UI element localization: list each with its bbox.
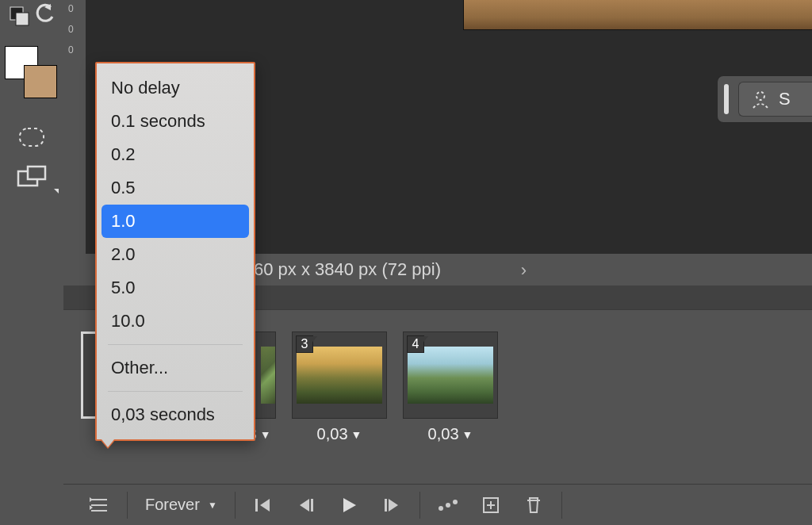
drag-handle-icon[interactable]: [724, 84, 729, 114]
frame-thumbnail: [297, 347, 382, 404]
new-frame-button[interactable]: [473, 491, 509, 519]
ruler-tick: 0: [68, 24, 74, 35]
svg-rect-7: [311, 499, 313, 512]
chevron-down-icon: ▼: [208, 500, 217, 511]
menu-item-0-5s[interactable]: 0.5: [97, 171, 254, 205]
frame-delay-value: 0,03: [428, 425, 459, 443]
delete-frame-button[interactable]: [515, 491, 552, 519]
playback-bar: Forever ▼: [63, 484, 812, 525]
vertical-ruler: 0 0 0: [63, 0, 86, 254]
frame-thumbnail: [408, 347, 493, 404]
menu-divider: [108, 344, 243, 345]
menu-item-other[interactable]: Other...: [97, 351, 254, 385]
chevron-down-icon: ▼: [351, 428, 362, 441]
select-subject-button[interactable]: S: [738, 82, 812, 117]
menu-item-no-delay[interactable]: No delay: [97, 71, 254, 105]
loop-label: Forever: [145, 496, 200, 514]
canvas-image-preview: [463, 0, 812, 30]
svg-rect-4: [28, 167, 45, 179]
prev-frame-button[interactable]: [288, 491, 324, 519]
next-frame-button[interactable]: [373, 491, 410, 519]
frame-delay-menu: No delay 0.1 seconds 0.2 0.5 1.0 2.0 5.0…: [95, 62, 255, 441]
chevron-down-icon: ▼: [260, 428, 271, 441]
menu-item-0-2s[interactable]: 0.2: [97, 138, 254, 171]
chevron-down-icon: ▼: [462, 428, 473, 441]
frame[interactable]: 4 0,03▼: [403, 331, 498, 443]
chevron-right-icon[interactable]: ›: [521, 260, 527, 281]
loop-select[interactable]: Forever ▼: [137, 496, 225, 514]
svg-point-9: [439, 506, 443, 511]
svg-point-11: [453, 500, 458, 504]
svg-point-10: [446, 503, 450, 508]
divider: [561, 492, 562, 519]
marquee-tool-icon[interactable]: [0, 119, 63, 155]
divider: [127, 492, 128, 519]
menu-item-0-1s[interactable]: 0.1 seconds: [97, 105, 254, 138]
svg-point-5: [756, 92, 764, 100]
submenu-indicator-icon: [54, 189, 59, 194]
ruler-tick: 0: [68, 3, 74, 14]
first-frame-button[interactable]: [245, 491, 282, 519]
right-panel-handle[interactable]: S: [717, 75, 812, 123]
ruler-tick: 0: [68, 44, 74, 56]
frame[interactable]: 3 0,03▼: [292, 331, 387, 443]
background-color-swatch[interactable]: [24, 65, 57, 98]
overlap-squares-icon[interactable]: [8, 5, 30, 27]
svg-rect-8: [385, 499, 387, 512]
menu-divider: [108, 391, 243, 392]
play-button[interactable]: [331, 491, 367, 519]
screens-tool-icon[interactable]: [0, 159, 63, 195]
select-subject-label: S: [779, 89, 791, 109]
frame-delay-button[interactable]: 0,03▼: [403, 425, 498, 443]
tool-column: [0, 0, 63, 525]
svg-rect-2: [20, 128, 44, 146]
frame-number-badge: 3: [296, 335, 313, 353]
person-dashed-icon: [750, 89, 771, 109]
frame-number-badge: 4: [407, 335, 424, 353]
menu-item-10-0s[interactable]: 10.0: [97, 305, 254, 338]
svg-rect-1: [16, 13, 29, 25]
undo-arrow-icon[interactable]: [33, 2, 57, 26]
frame-delay-value: 0,03: [317, 425, 348, 443]
menu-item-current[interactable]: 0,03 seconds: [97, 398, 254, 431]
menu-item-5-0s[interactable]: 5.0: [97, 271, 254, 305]
divider: [235, 492, 236, 519]
menu-pointer: [102, 439, 114, 447]
menu-item-1-0s[interactable]: 1.0: [102, 205, 249, 238]
frame-delay-button[interactable]: 0,03▼: [292, 425, 387, 443]
svg-rect-6: [255, 499, 258, 512]
menu-item-2-0s[interactable]: 2.0: [97, 238, 254, 271]
divider: [419, 492, 420, 519]
tween-button[interactable]: [430, 491, 466, 519]
timeline-menu-icon[interactable]: [81, 491, 117, 519]
